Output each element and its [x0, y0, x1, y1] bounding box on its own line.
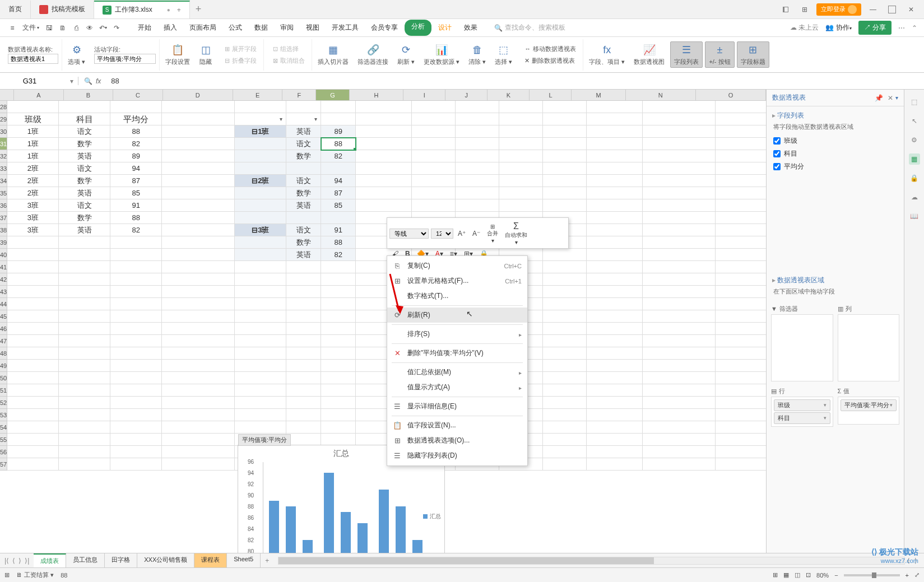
cell[interactable]	[321, 335, 356, 347]
cell[interactable]	[286, 397, 321, 409]
menu-insert[interactable]: 插入	[158, 20, 183, 36]
cell[interactable]	[643, 125, 716, 138]
col-header-L[interactable]: L	[530, 90, 572, 100]
cell[interactable]	[59, 236, 110, 249]
cell[interactable]	[412, 101, 456, 113]
cell[interactable]	[587, 125, 643, 138]
cell[interactable]	[499, 125, 543, 138]
cell[interactable]	[59, 298, 110, 310]
cell[interactable]	[643, 150, 716, 162]
cell[interactable]	[286, 101, 321, 113]
zoom-level[interactable]: 80%	[816, 572, 829, 579]
expand-icon[interactable]: ⤢	[914, 571, 920, 579]
cell[interactable]: 1班	[7, 150, 59, 162]
area-filters-box[interactable]	[771, 314, 833, 381]
col-header-J[interactable]: J	[445, 90, 487, 100]
cell[interactable]	[235, 372, 286, 384]
field-headers-button[interactable]: ⊞字段标题	[737, 41, 769, 68]
cell[interactable]	[587, 298, 643, 310]
more-icon[interactable]: ⋯	[898, 24, 905, 32]
cell[interactable]: 89	[321, 125, 356, 138]
cell[interactable]	[456, 113, 499, 125]
login-button[interactable]: 立即登录	[816, 3, 861, 16]
new-icon[interactable]: 🗎	[57, 22, 68, 34]
cell[interactable]	[716, 101, 766, 113]
cell[interactable]	[543, 138, 587, 150]
cell[interactable]	[587, 384, 643, 397]
cell[interactable]	[643, 212, 716, 224]
cell[interactable]	[543, 323, 587, 335]
cell[interactable]	[643, 360, 716, 372]
cell[interactable]	[7, 421, 59, 434]
cell[interactable]	[456, 138, 499, 150]
cell[interactable]	[321, 261, 356, 273]
cell[interactable]: 科目	[286, 113, 321, 125]
cell[interactable]	[235, 236, 286, 249]
cell[interactable]	[235, 162, 286, 175]
cell[interactable]	[587, 187, 643, 199]
col-header-C[interactable]: C	[113, 90, 163, 100]
cell[interactable]	[59, 249, 110, 261]
col-header-D[interactable]: D	[163, 90, 233, 100]
cell[interactable]: 88	[321, 236, 356, 249]
cell[interactable]	[321, 434, 356, 446]
cell[interactable]	[286, 162, 321, 175]
cell[interactable]	[321, 421, 356, 434]
preview-icon[interactable]: 👁	[84, 22, 95, 34]
select-button[interactable]: ⬚选择 ▾	[491, 42, 516, 67]
cell[interactable]	[110, 323, 162, 335]
cell[interactable]	[110, 446, 162, 458]
row-header-51[interactable]: 51	[0, 384, 7, 397]
refresh-button[interactable]: ⟳刷新 ▾	[394, 42, 418, 67]
cell[interactable]	[110, 409, 162, 421]
cell[interactable]	[321, 347, 356, 360]
cell[interactable]	[543, 335, 587, 347]
cell[interactable]	[587, 347, 643, 360]
cm-sort[interactable]: 排序(S)	[387, 327, 527, 342]
cell[interactable]	[456, 175, 499, 187]
move-pivot-button[interactable]: ↔移动数据透视表	[521, 44, 579, 54]
cell[interactable]: ⊟3班	[235, 224, 286, 236]
tab-home[interactable]: 首页	[0, 1, 31, 18]
cell[interactable]	[543, 150, 587, 162]
cloud-status[interactable]: ☁ 未上云	[790, 23, 819, 32]
cell[interactable]	[499, 101, 543, 113]
share-button[interactable]: ↗ 分享	[858, 21, 892, 35]
cell[interactable]	[162, 138, 235, 150]
menu-data[interactable]: 数据	[249, 20, 273, 36]
cell[interactable]	[587, 175, 643, 187]
field-checkbox[interactable]: 班级	[773, 134, 897, 147]
row-header-41[interactable]: 41	[0, 261, 7, 273]
cell[interactable]	[716, 310, 766, 323]
menu-design[interactable]: 设计	[433, 20, 457, 36]
cell[interactable]	[716, 323, 766, 335]
menu-start[interactable]: 开始	[132, 20, 157, 36]
cell[interactable]	[356, 138, 412, 150]
row-header-34[interactable]: 34	[0, 175, 7, 187]
cell[interactable]	[162, 150, 235, 162]
cell[interactable]: 语文	[286, 138, 321, 150]
cell[interactable]: 2班	[7, 162, 59, 175]
zoom-out-icon[interactable]: −	[834, 572, 838, 579]
row-header-33[interactable]: 33	[0, 162, 7, 175]
mini-size-select[interactable]: 12	[431, 229, 453, 239]
cell[interactable]	[716, 360, 766, 372]
collab-button[interactable]: 👥 协作▾	[825, 23, 851, 32]
cell[interactable]	[59, 310, 110, 323]
cell[interactable]: 94	[110, 162, 162, 175]
tab-active-workbook[interactable]: 工作簿3.xlsx●+	[94, 1, 190, 18]
cell[interactable]	[643, 298, 716, 310]
cell[interactable]	[543, 125, 587, 138]
rt-settings-icon[interactable]: ⚙	[909, 134, 920, 146]
cell[interactable]: 语文	[59, 199, 110, 212]
cell[interactable]	[716, 249, 766, 261]
row-header-35[interactable]: 35	[0, 187, 7, 199]
cell[interactable]: 班级	[235, 113, 286, 125]
grid-icon[interactable]: ⊞	[797, 2, 812, 17]
cell[interactable]	[643, 421, 716, 434]
cell[interactable]	[321, 409, 356, 421]
cell[interactable]	[499, 138, 543, 150]
field-checkbox[interactable]: 科目	[773, 147, 897, 160]
cell[interactable]	[162, 101, 235, 113]
row-header-37[interactable]: 37	[0, 212, 7, 224]
